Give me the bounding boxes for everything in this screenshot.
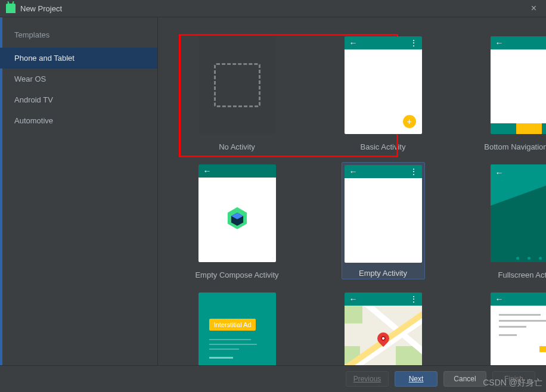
template-primary-detail[interactable]: ←⋮ <box>468 290 546 365</box>
template-grid: No Activity ←⋮ + Basic Activity ←⋮ <box>158 17 546 365</box>
template-label: Basic Activity <box>361 142 406 151</box>
window-title: New Project <box>20 4 62 13</box>
template-google-maps[interactable]: ←⋮ <box>322 290 444 365</box>
android-icon <box>6 4 15 13</box>
template-bottom-navigation[interactable]: ←⋮ Bottom Navigation Activity <box>468 34 546 151</box>
previous-button: Previous <box>346 371 389 387</box>
template-no-activity[interactable]: No Activity <box>176 34 298 151</box>
next-button[interactable]: Next <box>395 371 438 387</box>
sidebar-item-android-tv[interactable]: Android TV <box>0 89 157 110</box>
titlebar: New Project × <box>0 0 546 17</box>
overflow-icon: ⋮ <box>410 296 417 303</box>
template-empty-compose[interactable]: ← Empty Compose Activity <box>176 162 298 279</box>
finish-button: Finish <box>492 371 535 387</box>
template-label: Bottom Navigation Activity <box>484 142 546 151</box>
fab-icon: + <box>403 115 416 128</box>
back-arrow-icon: ← <box>349 39 358 47</box>
ad-pill: Interstitial Ad <box>209 319 256 331</box>
dialog-footer: Previous Next Cancel Finish <box>0 366 546 392</box>
overflow-icon: ⋮ <box>410 169 417 175</box>
dashed-box-icon <box>214 63 260 107</box>
back-arrow-icon: ← <box>495 39 504 47</box>
template-interstitial-ad[interactable]: Interstitial Ad <box>176 290 298 365</box>
back-arrow-icon: ← <box>349 167 358 176</box>
template-label: Empty Compose Activity <box>195 270 278 279</box>
bottom-nav-icon <box>491 123 547 134</box>
overflow-icon: ⋮ <box>410 40 417 46</box>
close-icon[interactable]: × <box>528 2 540 15</box>
nav-dots-icon <box>491 254 547 262</box>
template-basic-activity[interactable]: ←⋮ + Basic Activity <box>322 34 444 151</box>
back-arrow-icon: ← <box>203 167 212 175</box>
back-arrow-icon: ← <box>495 168 504 178</box>
sidebar-item-phone-tablet[interactable]: Phone and Tablet <box>0 48 157 69</box>
template-label: Empty Activity <box>345 269 422 278</box>
template-label: No Activity <box>219 142 255 151</box>
sidebar: Templates Phone and Tablet Wear OS Andro… <box>0 17 158 365</box>
template-fullscreen[interactable]: ← Fullscreen Activity <box>468 162 546 279</box>
sidebar-heading: Templates <box>0 30 157 48</box>
new-project-dialog: New Project × Templates Phone and Tablet… <box>0 0 546 392</box>
template-empty-activity[interactable]: ←⋮ Empty Activity <box>322 162 444 279</box>
back-arrow-icon: ← <box>495 295 504 303</box>
back-arrow-icon: ← <box>349 295 358 303</box>
compose-logo-icon <box>224 204 251 232</box>
sidebar-item-automotive[interactable]: Automotive <box>0 110 157 131</box>
cancel-button[interactable]: Cancel <box>443 371 486 387</box>
sidebar-item-wear-os[interactable]: Wear OS <box>0 69 157 89</box>
template-label: Fullscreen Activity <box>498 270 546 279</box>
